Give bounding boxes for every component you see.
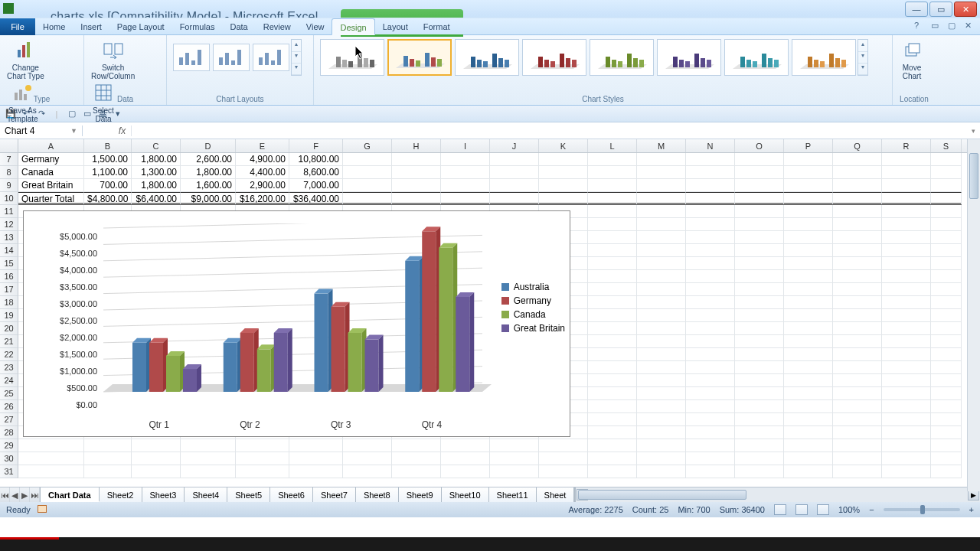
cell[interactable] (931, 387, 962, 400)
cell[interactable] (441, 452, 490, 465)
cell[interactable] (833, 400, 882, 413)
cell[interactable] (637, 166, 686, 179)
cell[interactable] (539, 465, 588, 478)
cell[interactable] (686, 361, 735, 374)
sheet-tab-sheet10[interactable]: Sheet10 (442, 487, 489, 502)
cell[interactable] (637, 426, 686, 439)
cell[interactable] (882, 361, 931, 374)
cell[interactable] (84, 439, 132, 452)
cell[interactable] (441, 192, 490, 205)
cell[interactable] (833, 179, 882, 192)
cell[interactable] (784, 257, 833, 270)
cell[interactable]: 1,800.00 (132, 179, 181, 192)
row-header-13[interactable]: 13 (0, 231, 18, 244)
cell[interactable] (833, 361, 882, 374)
cell[interactable] (735, 179, 784, 192)
cell[interactable] (784, 218, 833, 231)
row-header-12[interactable]: 12 (0, 218, 18, 231)
cell[interactable] (637, 335, 686, 348)
cell[interactable] (686, 400, 735, 413)
cell[interactable] (784, 452, 833, 465)
cell[interactable] (588, 231, 637, 244)
cell[interactable] (931, 218, 962, 231)
cell[interactable] (882, 348, 931, 361)
cell[interactable] (588, 153, 637, 166)
cell[interactable] (735, 231, 784, 244)
cell[interactable] (686, 465, 735, 478)
row-header-16[interactable]: 16 (0, 270, 18, 283)
cell[interactable] (784, 413, 833, 426)
cell[interactable] (637, 413, 686, 426)
cell[interactable] (588, 244, 637, 257)
cell[interactable] (735, 439, 784, 452)
cell[interactable] (735, 348, 784, 361)
column-header-N[interactable]: N (686, 139, 735, 152)
cell[interactable] (289, 465, 343, 478)
cell[interactable]: $36,400.00 (289, 192, 343, 205)
cell[interactable] (735, 283, 784, 296)
cell[interactable] (931, 179, 962, 192)
cell[interactable] (784, 153, 833, 166)
tab-data[interactable]: Data (222, 18, 255, 35)
change-chart-type-button[interactable]: ChangeChart Type (7, 37, 44, 80)
column-header-M[interactable]: M (637, 139, 686, 152)
chart-legend[interactable]: AustraliaGermanyCanadaGreat Britain (501, 279, 565, 337)
column-header-H[interactable]: H (392, 139, 441, 152)
cell[interactable] (637, 218, 686, 231)
cell[interactable] (931, 244, 962, 257)
cell[interactable] (784, 335, 833, 348)
cell[interactable] (784, 192, 833, 205)
cell[interactable] (588, 322, 637, 335)
cell[interactable] (588, 413, 637, 426)
cell[interactable] (882, 439, 931, 452)
cell[interactable]: 4,400.00 (236, 166, 289, 179)
cell[interactable]: $4,800.00 (84, 192, 132, 205)
chart-style-thumb-3[interactable] (455, 39, 519, 76)
cell[interactable] (637, 439, 686, 452)
row-header-18[interactable]: 18 (0, 296, 18, 309)
normal-view-button[interactable] (774, 504, 786, 515)
cell[interactable] (735, 413, 784, 426)
move-chart-button[interactable]: MoveChart (900, 37, 924, 80)
cell[interactable] (588, 400, 637, 413)
cell[interactable] (181, 439, 236, 452)
column-header-P[interactable]: P (784, 139, 833, 152)
cell[interactable] (784, 400, 833, 413)
cell[interactable] (588, 387, 637, 400)
cell[interactable] (343, 452, 392, 465)
chart-layout-thumb-2[interactable] (213, 44, 250, 71)
cell[interactable] (588, 439, 637, 452)
tab-formulas[interactable]: Formulas (172, 18, 223, 35)
legend-item[interactable]: Great Britain (501, 323, 565, 334)
cell[interactable] (931, 465, 962, 478)
column-header-A[interactable]: A (18, 139, 84, 152)
cell[interactable] (784, 465, 833, 478)
cell[interactable] (539, 166, 588, 179)
cell[interactable] (735, 426, 784, 439)
cell[interactable] (588, 192, 637, 205)
cell[interactable] (882, 179, 931, 192)
cell[interactable] (84, 465, 132, 478)
cell[interactable] (686, 231, 735, 244)
cell[interactable] (833, 257, 882, 270)
maximize-button[interactable]: ▭ (929, 2, 952, 17)
cell[interactable] (735, 400, 784, 413)
cell[interactable] (882, 283, 931, 296)
cell[interactable] (931, 231, 962, 244)
cell[interactable] (637, 153, 686, 166)
sheet-tab-sheet[interactable]: Sheet (537, 487, 575, 502)
cell[interactable] (882, 309, 931, 322)
cell[interactable] (686, 270, 735, 283)
cell[interactable] (882, 426, 931, 439)
cell[interactable] (181, 452, 236, 465)
zoom-in-button[interactable]: + (969, 505, 974, 514)
cell[interactable] (236, 465, 289, 478)
row-header-11[interactable]: 11 (0, 205, 18, 218)
cell[interactable] (833, 309, 882, 322)
row-header-31[interactable]: 31 (0, 465, 18, 478)
cell[interactable] (931, 322, 962, 335)
cell[interactable] (784, 205, 833, 218)
cell[interactable] (784, 387, 833, 400)
cell[interactable] (392, 439, 441, 452)
tab-design[interactable]: Design (332, 18, 374, 35)
